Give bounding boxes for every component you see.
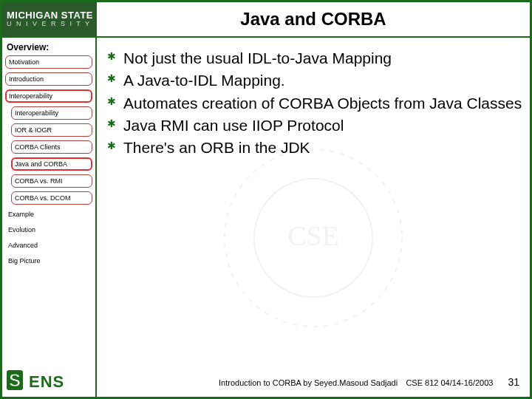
sidebar-item-corba-vs-rmi[interactable]: CORBA vs. RMI — [11, 174, 92, 188]
header: MICHIGAN STATE U N I V E R S I T Y Java … — [2, 2, 530, 38]
bullet-item: A Java-to-IDL Mapping. — [106, 70, 522, 91]
svg-point-1 — [254, 179, 372, 297]
sens-logo: S ENS — [7, 370, 64, 394]
svg-text:CSE: CSE — [287, 220, 339, 251]
bullet-item: Automates creation of CORBA Objects from… — [106, 93, 522, 114]
cse-watermark: CSE — [210, 134, 417, 341]
footer-page-number: 31 — [508, 376, 519, 388]
svg-point-0 — [225, 149, 402, 327]
footer: Introduction to CORBA by Seyed.Masoud Sa… — [200, 376, 519, 388]
content-area: CSE Not just the usual IDL-to-Java Mappi… — [97, 38, 530, 397]
bullet-item: Java RMI can use IIOP Protocol — [106, 115, 522, 136]
sidebar-item-corba-vs-dcom[interactable]: CORBA vs. DCOM — [11, 191, 92, 205]
bullet-list: Not just the usual IDL-to-Java MappingA … — [106, 48, 522, 159]
sidebar-item-ior-iogr[interactable]: IOR & IOGR — [11, 123, 92, 137]
body: Overview: MotivationIntroductionInterope… — [2, 38, 530, 397]
sidebar-item-big-picture: Big Picture — [5, 255, 92, 267]
sidebar-item-java-and-corba[interactable]: Java and CORBA — [11, 157, 92, 171]
bullet-item: Not just the usual IDL-to-Java Mapping — [106, 48, 522, 69]
slide-title: Java and CORBA — [97, 2, 530, 36]
footer-course: CSE 812 04/14-16/2003 — [406, 378, 493, 387]
msu-logo-line2: U N I V E R S I T Y — [7, 21, 97, 27]
bullet-item: There's an ORB in the JDK — [106, 137, 522, 158]
sidebar-item-corba-clients[interactable]: CORBA Clients — [11, 140, 92, 154]
sidebar-item-motivation[interactable]: Motivation — [5, 55, 92, 69]
sidebar-item-introduction[interactable]: Introduction — [5, 72, 92, 86]
sidebar: Overview: MotivationIntroductionInterope… — [2, 38, 97, 397]
sidebar-item-advanced: Advanced — [5, 239, 92, 251]
sidebar-title: Overview: — [5, 42, 92, 52]
sidebar-item-interoperability[interactable]: Interoperability — [5, 89, 92, 103]
slide: MICHIGAN STATE U N I V E R S I T Y Java … — [0, 0, 532, 399]
sidebar-item-example: Example — [5, 208, 92, 220]
msu-logo-line1: MICHIGAN STATE — [7, 10, 97, 20]
sens-text: ENS — [29, 372, 64, 392]
sidebar-item-interoperability[interactable]: Interoperability — [11, 106, 92, 120]
sens-s-badge: S — [7, 370, 30, 394]
msu-logo: MICHIGAN STATE U N I V E R S I T Y — [2, 2, 97, 36]
footer-title: Introduction to CORBA by Seyed.Masoud Sa… — [219, 378, 398, 387]
sidebar-item-evolution: Evolution — [5, 224, 92, 236]
